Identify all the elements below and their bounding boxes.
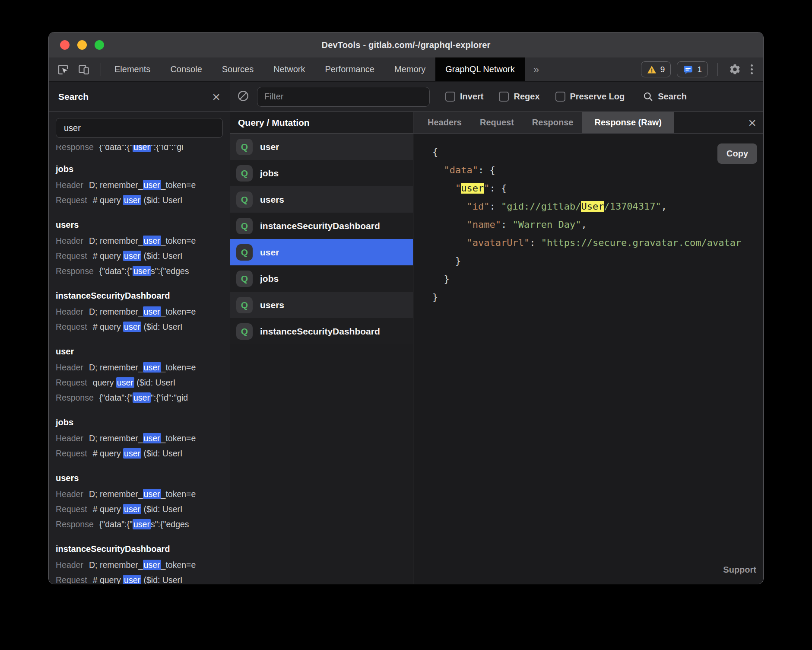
query-row-users[interactable]: Qusers: [230, 186, 413, 213]
query-row-instancesecuritydashboard[interactable]: QinstanceSecurityDashboard: [230, 213, 413, 239]
result-line-text: D; remember_: [89, 363, 143, 372]
query-row-jobs[interactable]: Qjobs: [230, 160, 413, 186]
search-result-line[interactable]: Request# query user ($id: UserI: [56, 193, 223, 208]
search-result-line[interactable]: Requestquery user ($id: UserI: [56, 375, 223, 390]
traffic-lights: [60, 32, 104, 57]
search-icon: [643, 91, 654, 102]
devtools-tab-elements[interactable]: Elements: [105, 57, 160, 81]
search-result-line[interactable]: HeaderD; remember_user_token=e: [56, 431, 223, 446]
json-token: ": [484, 183, 489, 194]
regex-checkbox[interactable]: [499, 92, 509, 102]
search-result-line[interactable]: Response{"data":{"users":{"edges: [56, 517, 223, 532]
window-titlebar: DevTools - gitlab.com/-/graphql-explorer: [49, 32, 763, 57]
result-line-label: Response: [56, 145, 94, 152]
search-result-line[interactable]: HeaderD; remember_user_token=e: [56, 558, 223, 573]
json-token: User: [581, 201, 604, 212]
result-line-text: ($id: UserI: [141, 575, 182, 584]
detail-tab-response-raw[interactable]: Response (Raw): [582, 112, 674, 133]
query-row-label: instanceSecurityDashboard: [260, 221, 380, 231]
search-result-group-title: jobs: [56, 415, 223, 430]
detail-tab-headers[interactable]: Headers: [419, 112, 471, 133]
search-result-line[interactable]: HeaderD; remember_user_token=e: [56, 360, 223, 375]
query-row-label: user: [260, 247, 279, 258]
more-options-kebab-icon[interactable]: [748, 64, 755, 74]
match-highlight: user: [143, 236, 161, 246]
result-line-text: D; remember_: [89, 489, 143, 499]
search-result-line[interactable]: Request# query user ($id: UserI: [56, 502, 223, 517]
warnings-badge[interactable]: 9: [641, 61, 671, 77]
clear-requests-icon[interactable]: [237, 90, 249, 104]
result-line-text: s":{"edges: [151, 519, 189, 529]
search-result-line[interactable]: HeaderD; remember_user_token=e: [56, 178, 223, 193]
tabbar-spacer: [548, 57, 641, 81]
minimize-window-button[interactable]: [77, 40, 87, 50]
query-row-instancesecuritydashboard[interactable]: QinstanceSecurityDashboard: [230, 318, 413, 344]
more-tabs-chevron-icon[interactable]: »: [525, 57, 548, 81]
search-result-line[interactable]: Response{"data":{"user":{"id":"gid: [56, 390, 223, 405]
result-line-text: D; remember_: [89, 236, 143, 245]
toolbar-left-icons: [49, 57, 105, 81]
filter-input[interactable]: [257, 87, 430, 107]
result-line-text: {"data":{": [99, 266, 133, 276]
match-highlight: user: [143, 362, 161, 373]
copy-button[interactable]: Copy: [717, 143, 757, 164]
search-result-line[interactable]: HeaderD; remember_user_token=e: [56, 304, 223, 319]
query-row-jobs[interactable]: Qjobs: [230, 265, 413, 292]
devtools-tabs: ElementsConsoleSourcesNetworkPerformance…: [105, 57, 525, 81]
devtools-tab-network[interactable]: Network: [263, 57, 315, 81]
close-detail-icon[interactable]: ×: [748, 116, 756, 130]
devtools-tab-memory[interactable]: Memory: [384, 57, 435, 81]
search-result-line[interactable]: Request# query user ($id: UserI: [56, 319, 223, 335]
zoom-window-button[interactable]: [95, 40, 104, 50]
search-result-line[interactable]: Response{"data":{"users":{"edges: [56, 264, 223, 279]
result-line-text: ":{"id":"gid: [151, 393, 188, 402]
result-line-text: _token=e: [161, 433, 196, 443]
query-row-user[interactable]: Quser: [230, 134, 413, 160]
json-token: [432, 237, 466, 248]
regex-label: Regex: [514, 92, 539, 102]
close-window-button[interactable]: [60, 40, 70, 50]
match-highlight: user: [133, 392, 151, 403]
json-token: ,: [581, 219, 587, 230]
close-search-panel-icon[interactable]: ×: [212, 90, 220, 104]
result-line-label: Response: [56, 519, 94, 529]
json-token: "data": [444, 165, 478, 175]
match-highlight: user: [143, 489, 161, 499]
match-highlight: user: [123, 195, 141, 205]
search-result-line[interactable]: Request# query user ($id: UserI: [56, 573, 223, 584]
preserve-log-checkbox[interactable]: [555, 92, 565, 102]
search-result-line[interactable]: Response{"data":{"user":{"id":"gi: [56, 145, 223, 155]
device-toolbar-icon[interactable]: [76, 62, 91, 77]
result-line-label: Request: [56, 449, 87, 458]
result-line-label: Request: [56, 575, 87, 584]
message-count: 1: [697, 65, 702, 74]
json-line: "data": {: [432, 161, 763, 179]
query-row-users[interactable]: Qusers: [230, 292, 413, 318]
detail-tab-response[interactable]: Response: [523, 112, 583, 133]
search-result-group-title: instanceSecurityDashboard: [56, 542, 223, 557]
devtools-tab-performance[interactable]: Performance: [315, 57, 385, 81]
json-token: }: [432, 274, 450, 284]
warning-count: 9: [660, 65, 665, 74]
query-row-user[interactable]: Quser: [230, 239, 413, 265]
inspect-element-icon[interactable]: [56, 62, 70, 77]
devtools-tab-graphql-network[interactable]: GraphQL Network: [435, 57, 524, 81]
support-link[interactable]: Support: [723, 561, 756, 579]
messages-badge[interactable]: 1: [677, 61, 708, 77]
search-result-line[interactable]: Request# query user ($id: UserI: [56, 446, 223, 461]
settings-gear-icon[interactable]: [727, 62, 742, 77]
result-line-label: Request: [56, 251, 87, 261]
result-line-label: Request: [56, 504, 87, 514]
devtools-tab-sources[interactable]: Sources: [212, 57, 263, 81]
result-line-label: Header: [56, 433, 83, 443]
search-result-line[interactable]: HeaderD; remember_user_token=e: [56, 487, 223, 502]
search-toggle-button[interactable]: Search: [643, 91, 687, 102]
search-input[interactable]: [56, 118, 223, 138]
detail-tab-request[interactable]: Request: [471, 112, 523, 133]
result-line-text: ($id: UserI: [134, 378, 175, 387]
devtools-main: Search × Response{"data":{"user":{"id":"…: [49, 82, 763, 584]
search-result-line[interactable]: Request# query user ($id: UserI: [56, 249, 223, 264]
invert-checkbox[interactable]: [445, 92, 455, 102]
search-result-line[interactable]: HeaderD; remember_user_token=e: [56, 233, 223, 249]
devtools-tab-console[interactable]: Console: [160, 57, 212, 81]
